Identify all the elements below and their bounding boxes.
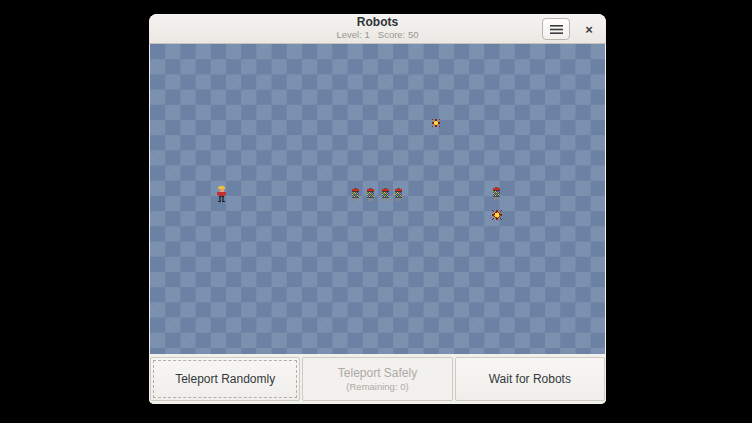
close-icon: × [585,22,593,37]
wait-for-robots-button[interactable]: Wait for Robots [455,357,605,401]
window-subtitle: Level: 1Score: 50 [333,30,423,40]
menu-button[interactable] [542,18,570,40]
title-stack: Robots Level: 1Score: 50 [333,16,423,41]
teleport-randomly-label: Teleport Randomly [175,372,275,387]
titlebar-controls: × [542,14,598,44]
score-indicator: Score: 50 [378,29,419,40]
close-button[interactable]: × [580,18,598,40]
window-title: Robots [333,16,423,29]
junk-heap-sprite [430,117,442,129]
hamburger-icon [550,25,563,34]
junk-heap-sprite [490,208,504,222]
robots-window: Robots Level: 1Score: 50 × [149,14,606,404]
robot-sprite [351,188,360,201]
titlebar: Robots Level: 1Score: 50 × [149,14,606,44]
wait-for-robots-label: Wait for Robots [489,372,571,387]
robot-sprite [394,188,403,201]
game-board[interactable] [150,44,605,354]
action-bar: Teleport Randomly Teleport Safely (Remai… [149,354,606,404]
teleport-safely-remaining: (Remaining: 0) [346,381,408,393]
robot-sprite [366,188,375,201]
level-indicator: Level: 1 [337,29,370,40]
teleport-randomly-button[interactable]: Teleport Randomly [150,357,300,401]
teleport-safely-label: Teleport Safely [338,366,417,381]
teleport-safely-button[interactable]: Teleport Safely (Remaining: 0) [302,357,452,401]
player-sprite [216,186,227,202]
robot-sprite [381,188,390,201]
robot-sprite [492,187,501,200]
